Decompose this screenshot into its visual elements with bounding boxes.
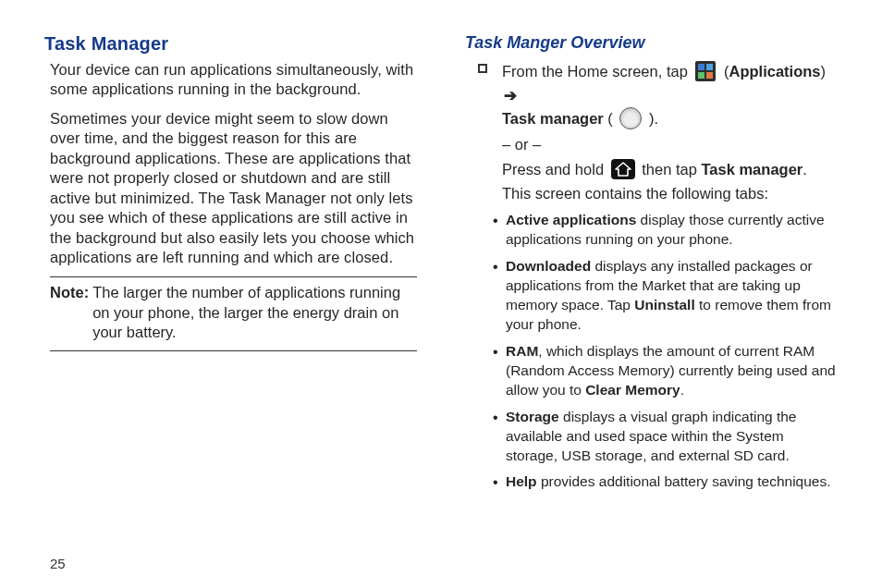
square-bullet-icon — [478, 64, 487, 73]
help-label: Help — [506, 473, 537, 489]
step-prefix: From the Home screen, tap — [502, 63, 692, 80]
help-rest: provides additional battery saving techn… — [537, 473, 831, 489]
ram-label: RAM — [506, 343, 538, 359]
tab-item-help: Help provides additional battery saving … — [493, 472, 838, 492]
uninstall-label: Uninstall — [634, 297, 694, 312]
task-manager-icon — [619, 107, 642, 129]
applications-icon — [694, 60, 717, 82]
arrow-icon: ➔ — [504, 87, 517, 104]
home-icon — [611, 159, 635, 179]
svg-rect-1 — [698, 64, 704, 70]
or-text: – or – — [502, 133, 838, 157]
step-row: From the Home screen, tap (Applications)… — [478, 60, 838, 205]
clear-memory-label: Clear Memory — [585, 382, 680, 398]
note-text: The larger the number of applications ru… — [92, 283, 417, 342]
page-number: 25 — [50, 556, 66, 571]
two-column-layout: Task Manager Your device can run applica… — [44, 33, 838, 499]
paragraph-detail: Sometimes your device might seem to slow… — [50, 109, 417, 268]
active-label: Active applications — [506, 212, 636, 227]
task-manager-bold: Task manager — [701, 161, 802, 178]
tab-item-active: Active applications display those curren… — [493, 211, 838, 250]
svg-rect-2 — [706, 64, 713, 70]
right-column: Task Manger Overview From the Home scree… — [465, 33, 838, 499]
applications-label: Applications — [729, 63, 821, 80]
svg-rect-4 — [706, 72, 713, 79]
task-manager-label: Task manager — [502, 110, 604, 127]
svg-rect-3 — [698, 72, 704, 79]
paragraph-intro: Your device can run applications simulta… — [50, 60, 417, 100]
tab-item-storage: Storage displays a visual graph indicati… — [493, 408, 838, 466]
press-hold-mid: then tap — [642, 161, 701, 178]
downloaded-label: Downloaded — [506, 258, 591, 274]
note-label: Note: — [50, 283, 89, 342]
step-text: From the Home screen, tap (Applications)… — [502, 60, 838, 205]
note-box: Note: The larger the number of applicati… — [50, 276, 417, 350]
tab-item-ram: RAM, which displays the amount of curren… — [493, 342, 838, 400]
left-column: Task Manager Your device can run applica… — [44, 33, 417, 499]
ram-rest-b: . — [680, 382, 684, 398]
storage-label: Storage — [506, 409, 559, 424]
tab-item-downloaded: Downloaded displays any installed packag… — [493, 257, 838, 335]
heading-overview: Task Manger Overview — [465, 33, 838, 53]
heading-task-manager: Task Manager — [44, 33, 417, 55]
press-hold-pre: Press and hold — [502, 161, 608, 178]
body-text: Your device can run applications simulta… — [44, 60, 417, 267]
tab-list: Active applications display those curren… — [493, 211, 838, 492]
